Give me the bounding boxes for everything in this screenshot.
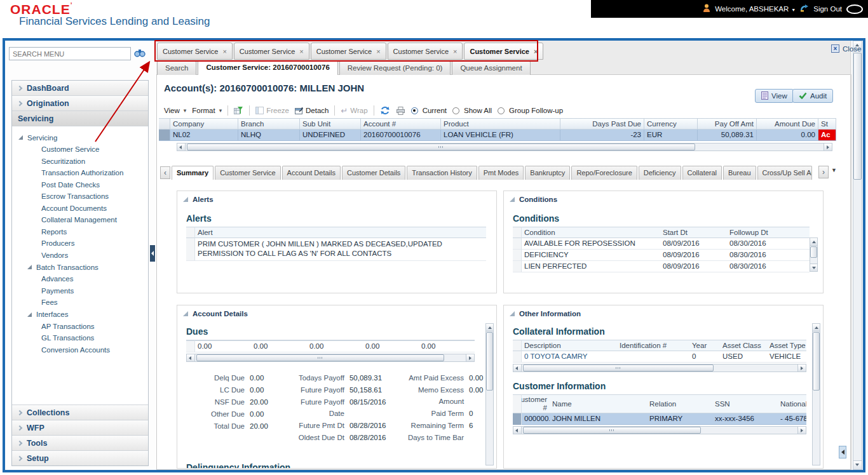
scroll-up-icon[interactable]: [486, 324, 493, 331]
tree-item-customer-service[interactable]: Customer Service: [18, 144, 148, 156]
window-tab[interactable]: Customer Service: [234, 43, 309, 60]
conditions-vscrollbar[interactable]: [810, 238, 818, 272]
column-header[interactable]: Asset Type: [767, 340, 806, 351]
scrollbar-thumb[interactable]: [196, 354, 444, 361]
column-header[interactable]: Customer #: [522, 394, 550, 413]
welcome-menu[interactable]: Welcome, ABSHEKAR: [715, 5, 796, 13]
tab-transaction-history[interactable]: Transaction History: [407, 166, 477, 180]
scrollbar-thumb[interactable]: [486, 332, 493, 391]
column-header[interactable]: Company: [170, 118, 238, 130]
refresh-icon[interactable]: [380, 106, 390, 115]
collateral-hscrollbar[interactable]: [513, 364, 806, 372]
alert-row[interactable]: PRIM CUSTOMER ( JOHN MILLEN ) MARKED AS …: [186, 238, 486, 261]
tab-overflow-menu-icon[interactable]: ▼: [831, 167, 837, 173]
column-header[interactable]: Sub Unit: [300, 118, 361, 130]
scroll-right-icon[interactable]: [824, 144, 832, 151]
tab-collateral[interactable]: Collateral: [682, 166, 722, 180]
scroll-right-icon[interactable]: [797, 427, 806, 434]
tab-scroll-left-icon[interactable]: ‹: [160, 166, 170, 179]
window-tab[interactable]: Customer Service: [388, 43, 463, 60]
tab-scroll-right-icon[interactable]: ›: [818, 166, 829, 178]
sidebar-collapse-handle[interactable]: [150, 245, 155, 262]
tree-item-conversion-accounts[interactable]: Conversion Accounts: [18, 344, 148, 356]
tab-customer-details[interactable]: Customer Details: [342, 166, 405, 180]
sidebar-item-wfp[interactable]: WFP: [12, 420, 148, 435]
tab-customer-service-account[interactable]: Customer Service: 20160700010076: [198, 60, 337, 75]
tree-node-batch-transactions[interactable]: Batch Transactions: [18, 261, 148, 273]
tab-pmt-modes[interactable]: Pmt Modes: [478, 166, 524, 180]
scrollbar-thumb[interactable]: [523, 365, 714, 371]
tab-bureau[interactable]: Bureau: [723, 166, 756, 180]
column-header[interactable]: Asset Class: [720, 340, 767, 351]
dues-hscrollbar[interactable]: [186, 354, 475, 362]
page-vscrollbar[interactable]: [853, 41, 862, 470]
tree-item-escrow-transactions[interactable]: Escrow Transactions: [18, 191, 148, 203]
view-menu[interactable]: View: [164, 107, 186, 114]
format-menu[interactable]: Format: [192, 107, 222, 114]
scroll-up-icon[interactable]: [810, 238, 817, 246]
column-header[interactable]: Alert: [195, 227, 486, 238]
window-tab[interactable]: Customer Service: [157, 43, 233, 60]
scroll-up-icon[interactable]: [813, 324, 820, 331]
scrollbar-thumb[interactable]: [523, 427, 701, 434]
scroll-right-icon[interactable]: [466, 354, 474, 361]
sidebar-item-servicing[interactable]: Servicing: [12, 111, 148, 126]
column-header[interactable]: Description: [522, 340, 617, 351]
tree-item-fees[interactable]: Fees: [18, 297, 148, 309]
accounts-grid-hscrollbar[interactable]: [177, 143, 832, 151]
column-header[interactable]: Amount Due: [757, 118, 818, 130]
radio-show-all[interactable]: Show All: [452, 107, 492, 114]
wrap-button[interactable]: ↵Wrap: [341, 106, 367, 116]
tab-close-icon[interactable]: [299, 48, 303, 55]
customer-hscrollbar[interactable]: [513, 426, 806, 434]
disclosure-triangle-icon[interactable]: [183, 197, 188, 202]
column-header[interactable]: St: [818, 118, 836, 130]
tab-deficiency[interactable]: Deficiency: [639, 166, 681, 180]
column-header[interactable]: Name: [550, 394, 647, 413]
column-header[interactable]: Branch: [238, 118, 300, 130]
condition-row[interactable]: DEFICIENCY 08/09/2016 08/30/2016: [513, 250, 810, 261]
tab-bankruptcy[interactable]: Bankruptcy: [525, 166, 570, 180]
tree-item-transaction-authorization[interactable]: Transaction Authorization: [18, 167, 148, 179]
column-header[interactable]: Condition: [522, 227, 660, 238]
radio-group-followup[interactable]: Group Follow-up: [498, 107, 563, 114]
condition-row[interactable]: LIEN PERFECTED 08/09/2016 08/30/2016: [513, 261, 810, 272]
dues-row[interactable]: 0.00 0.00 0.00 0.00 0.00: [186, 341, 475, 352]
tab-customer-service[interactable]: Customer Service: [215, 166, 280, 180]
column-header[interactable]: Relation: [647, 394, 712, 413]
sign-out-link[interactable]: Sign Out: [813, 5, 842, 13]
column-header[interactable]: National: [778, 394, 806, 413]
tree-item-collateral-management[interactable]: Collateral Management: [18, 214, 148, 226]
tab-close-icon[interactable]: [222, 48, 226, 55]
column-header[interactable]: Account #: [361, 118, 441, 130]
tree-node-interfaces[interactable]: Interfaces: [18, 309, 148, 321]
column-header[interactable]: Pay Off Amt: [698, 118, 757, 130]
sidebar-item-collections[interactable]: Collections: [12, 405, 148, 420]
tab-queue-assignment[interactable]: Queue Assignment: [452, 61, 530, 75]
radio-current[interactable]: Current: [411, 107, 447, 114]
account-row-selected[interactable]: NL02 NLHQ UNDEFINED 20160700010076 LOAN …: [159, 130, 836, 141]
tab-search[interactable]: Search: [157, 61, 196, 75]
tab-repo-foreclosure[interactable]: Repo/Foreclosure: [571, 166, 637, 180]
audit-button[interactable]: Audit: [792, 89, 833, 103]
customer-row-selected[interactable]: 000000... JOHN MILLEN PRIMARY xx-xxx-345…: [513, 413, 806, 425]
sidebar-item-tools[interactable]: Tools: [12, 435, 148, 450]
sidebar-item-dashboard[interactable]: DashBoard: [12, 81, 148, 96]
scrollbar-thumb[interactable]: [853, 53, 862, 180]
column-header[interactable]: Year: [689, 340, 720, 351]
binoculars-icon[interactable]: [134, 48, 146, 60]
collateral-row[interactable]: 0 TOYOTA CAMRY 0 USED VEHICLE: [513, 351, 806, 363]
scroll-down-icon[interactable]: [853, 460, 862, 469]
print-icon[interactable]: [396, 107, 405, 115]
scroll-left-icon[interactable]: [177, 144, 186, 151]
disclosure-triangle-icon[interactable]: [183, 311, 188, 316]
tree-item-payments[interactable]: Payments: [18, 285, 148, 297]
freeze-button[interactable]: Freeze: [255, 107, 289, 114]
scroll-left-icon[interactable]: [187, 354, 195, 361]
column-header[interactable]: Followup Dt: [727, 227, 810, 238]
column-header[interactable]: Start Dt: [660, 227, 727, 238]
sidebar-item-origination[interactable]: Origination: [12, 96, 148, 111]
panel-vscrollbar[interactable]: [812, 323, 820, 465]
disclosure-triangle-icon[interactable]: [510, 197, 515, 202]
view-button[interactable]: View: [755, 89, 794, 103]
